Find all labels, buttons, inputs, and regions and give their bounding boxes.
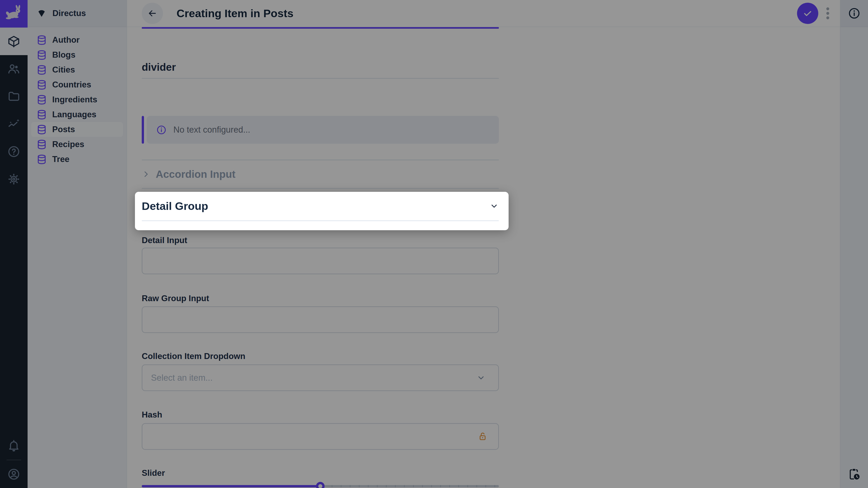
module-file-library[interactable] [0,83,28,110]
database-icon [36,64,47,75]
hash-field[interactable] [142,423,499,450]
nav-item-languages[interactable]: Languages [31,107,123,122]
notice-accent-bar [142,116,144,144]
nav-item-tree[interactable]: Tree [31,152,123,167]
module-settings[interactable] [0,165,28,193]
bell-icon [7,439,20,452]
kebab-menu-icon [826,7,830,20]
dropdown-placeholder: Select an item... [151,373,476,383]
detail-group-title: Detail Group [142,200,489,213]
directus-app: Directus Author Blogs Cities Countries I… [0,0,868,488]
module-documentation[interactable] [0,138,28,165]
detail-group-rule [142,220,499,221]
gear-icon [7,173,20,186]
chevron-right-icon [142,170,150,178]
detail-input-label: Detail Input [142,235,499,246]
raw-group-input-label: Raw Group Input [142,293,499,303]
nav-item-recipes[interactable]: Recipes [31,137,123,152]
lock-open-icon [477,431,488,442]
project-name: Directus [53,8,86,18]
item-form: divider No text configured... [127,27,840,488]
module-content[interactable] [0,28,28,55]
section-rule [142,188,499,189]
nav-item-cities[interactable]: Cities [31,62,123,77]
raw-group-input-field[interactable] [142,306,499,333]
module-bar [0,0,28,488]
main-area: Creating Item in Posts [127,0,840,488]
nav-item-blogs[interactable]: Blogs [31,47,123,62]
detail-group-card[interactable]: Detail Group [135,192,508,230]
module-insights[interactable] [0,110,28,138]
chevron-down-icon [476,373,486,383]
help-circle-icon [7,145,20,158]
slider-field[interactable] [142,482,499,488]
arrow-left-icon [147,8,158,19]
database-icon [36,94,47,105]
nav-sidebar: Directus Author Blogs Cities Countries I… [28,0,127,488]
database-icon [36,79,47,90]
cube-icon [7,35,20,48]
nav-item-author[interactable]: Author [31,33,123,47]
nav-item-posts[interactable]: Posts [31,122,123,137]
slider-track[interactable] [142,485,499,487]
save-button[interactable] [797,3,818,24]
page-title: Creating Item in Posts [177,7,797,20]
slider-label: Slider [142,468,499,478]
rabbit-logo-icon [1,1,26,26]
collection-list: Author Blogs Cities Countries Ingredient… [28,27,127,167]
notifications-button[interactable] [0,432,28,459]
database-icon [36,139,47,150]
people-icon [7,62,20,75]
database-icon [36,50,47,61]
divider-heading: divider [142,60,499,74]
notice-block: No text configured... [142,116,499,144]
hash-label: Hash [142,410,499,420]
module-user-directory[interactable] [0,55,28,83]
nav-item-ingredients[interactable]: Ingredients [31,92,123,107]
project-header[interactable]: Directus [28,0,127,27]
directus-logo[interactable] [0,0,28,28]
slider-fill [142,485,320,487]
more-options-button[interactable] [825,7,831,20]
header-actions [797,3,831,24]
database-icon [36,35,47,46]
database-icon [36,154,47,165]
collection-item-dropdown[interactable]: Select an item... [142,364,499,391]
slider-knob[interactable] [316,482,324,488]
focused-field-edge [142,27,499,29]
clipboard-clock-icon [847,467,861,481]
info-circle-icon [156,125,166,135]
revisions-sidebar-button[interactable] [840,460,868,488]
collection-item-dropdown-label: Collection Item Dropdown [142,351,499,361]
nav-item-countries[interactable]: Countries [31,77,123,92]
back-button[interactable] [142,3,163,24]
accordion-label: Accordion Input [156,168,236,180]
chevron-down-icon[interactable] [489,201,499,211]
database-icon [36,109,47,120]
info-sidebar-button[interactable] [840,0,868,27]
user-circle-icon [7,468,20,481]
analytics-icon [7,118,20,131]
folder-icon [7,90,20,103]
info-circle-icon [848,7,861,20]
accordion-input-toggle[interactable]: Accordion Input [142,160,499,188]
notice-text: No text configured... [174,125,250,135]
detail-input-field[interactable] [142,248,499,274]
database-icon [36,124,47,135]
check-icon [802,8,813,19]
divider-rule [142,78,499,79]
right-sidebar [840,0,868,488]
account-button[interactable] [0,460,28,488]
project-fan-icon [37,8,46,18]
page-header: Creating Item in Posts [127,0,840,27]
